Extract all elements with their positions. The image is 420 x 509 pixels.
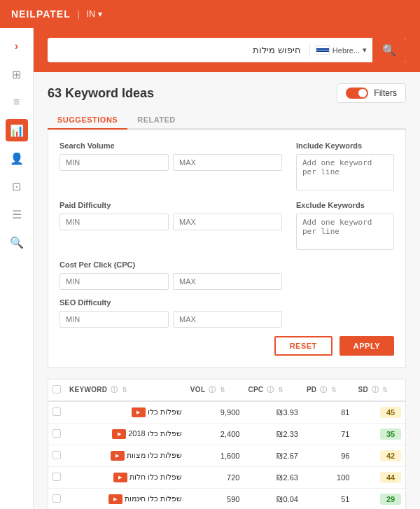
sd-info-icon: ⓘ [372, 386, 379, 393]
search-bar: Hebre... ▾ 🔍 [48, 38, 406, 62]
sidebar-collapse-btn[interactable]: › [6, 35, 28, 57]
vol-sort-icon[interactable]: ⇅ [220, 386, 225, 393]
keyword-link-icon[interactable]: ▶ [112, 429, 126, 439]
keyword-link-icon[interactable]: ▶ [111, 451, 125, 461]
reset-button[interactable]: RESET [274, 336, 332, 356]
sd-sort-icon[interactable]: ⇅ [382, 386, 388, 393]
paid-difficulty-min[interactable] [59, 214, 169, 230]
filter-row-3: Cost Per Click (CPC) [59, 260, 394, 290]
sidebar-item-list[interactable]: ≡ [6, 91, 28, 113]
keyword-cell: שפלות כלו 2018 ▶ [65, 424, 186, 445]
row-checkbox[interactable] [52, 494, 61, 503]
row-checkbox[interactable] [52, 473, 61, 481]
include-keywords-textarea[interactable] [296, 154, 394, 190]
sidebar-item-search[interactable]: 🔍 [6, 231, 28, 253]
cpc-cell: ₪0.04 [244, 489, 302, 510]
paid-difficulty-inputs [59, 214, 282, 230]
cpc-cell: ₪2.33 [244, 424, 302, 445]
sd-cell: 44 [354, 467, 405, 489]
cpc-spacer [296, 260, 394, 290]
th-cpc[interactable]: CPC ⓘ ⇅ [244, 379, 302, 401]
cpc-cell: ₪3.93 [244, 401, 302, 424]
language-filter[interactable]: Hebre... ▾ [309, 43, 372, 57]
exclude-keywords-textarea[interactable] [296, 214, 394, 250]
keyword-sort-icon[interactable]: ⇅ [122, 386, 127, 393]
row-checkbox[interactable] [52, 451, 61, 459]
search-button[interactable]: 🔍 [372, 38, 406, 62]
paid-difficulty-max[interactable] [173, 214, 282, 230]
tab-related[interactable]: RELATED [127, 111, 186, 128]
search-volume-max[interactable] [173, 154, 282, 171]
pd-cell: 100 [302, 467, 354, 489]
sidebar-item-keywords[interactable]: 📊 [6, 119, 28, 141]
keyword-link-icon[interactable]: ▶ [113, 473, 127, 482]
exclude-keywords-label: Exclude Keywords [296, 201, 394, 209]
cpc-cell: ₪2.67 [244, 445, 302, 467]
seo-difficulty-label: SEO Difficulty [59, 298, 282, 307]
pd-cell: 51 [302, 489, 354, 510]
keyword-link-icon[interactable]: ▶ [132, 407, 146, 417]
row-checkbox-cell [48, 401, 65, 424]
tabs: SUGGESTIONS RELATED [48, 111, 406, 130]
pd-info-icon: ⓘ [320, 386, 327, 393]
language-selector[interactable]: IN ▾ [87, 9, 102, 19]
cpc-max[interactable] [173, 273, 282, 290]
sd-badge: 29 [380, 494, 401, 505]
keyword-link-icon[interactable]: ▶ [108, 494, 122, 504]
search-volume-min[interactable] [59, 154, 169, 171]
title-row: 63 Keyword Ideas Filters [48, 83, 406, 103]
sd-cell: 42 [354, 445, 405, 467]
paid-difficulty-filter: Paid Difficulty [59, 201, 282, 252]
th-checkbox [48, 379, 65, 401]
lang-code: IN [87, 9, 95, 19]
seo-difficulty-min[interactable] [59, 311, 169, 328]
keyword-text: שפלות כלו חלות [130, 473, 182, 481]
sidebar-item-menu[interactable]: ☰ [6, 203, 28, 225]
sidebar-item-users[interactable]: 👤 [6, 147, 28, 169]
filters-toggle[interactable] [346, 88, 368, 99]
cpc-sort-icon[interactable]: ⇅ [278, 386, 284, 393]
sidebar-item-grid[interactable]: ⊡ [6, 175, 28, 197]
cpc-inputs [59, 273, 282, 290]
th-pd[interactable]: PD ⓘ ⇅ [302, 379, 354, 401]
chevron-down-icon: ▾ [363, 46, 367, 55]
include-keywords-filter: Include Keywords [296, 141, 394, 193]
sd-cell: 45 [354, 401, 405, 424]
row-checkbox-cell [48, 489, 65, 510]
sd-cell: 35 [354, 424, 405, 445]
seo-difficulty-max[interactable] [173, 311, 282, 328]
th-keyword[interactable]: KEYWORD ⓘ ⇅ [65, 379, 186, 401]
row-checkbox[interactable] [52, 407, 61, 416]
search-input[interactable] [48, 39, 309, 61]
select-all-checkbox[interactable] [52, 385, 61, 393]
keyword-info-icon: ⓘ [111, 386, 118, 393]
include-keywords-label: Include Keywords [296, 141, 394, 150]
filter-row-2: Paid Difficulty Exclude Keywords [59, 201, 394, 252]
app-layout: › ⊞ ≡ 📊 👤 ⊡ ☰ 🔍 Hebre... ▾ 🔍 [0, 28, 420, 509]
pd-cell: 96 [302, 445, 354, 467]
row-checkbox[interactable] [52, 429, 61, 438]
pd-sort-icon[interactable]: ⇅ [331, 386, 337, 393]
sd-badge: 35 [380, 428, 401, 440]
filters-button[interactable]: Filters [337, 83, 406, 103]
search-area: Hebre... ▾ 🔍 [34, 28, 420, 72]
content-area: 63 Keyword Ideas Filters SUGGESTIONS REL… [34, 72, 420, 509]
th-sd[interactable]: SD ⓘ ⇅ [354, 379, 405, 401]
sd-badge: 44 [380, 472, 401, 483]
paid-difficulty-label: Paid Difficulty [59, 201, 282, 209]
row-checkbox-cell [48, 445, 65, 467]
keyword-cell: שפלות כלו ▶ [65, 401, 186, 424]
sidebar-item-dashboard[interactable]: ⊞ [6, 63, 28, 85]
vol-cell: 720 [186, 467, 244, 489]
sd-badge: 45 [380, 407, 401, 418]
vol-cell: 2,400 [186, 424, 244, 445]
tab-suggestions[interactable]: SUGGESTIONS [48, 111, 127, 130]
th-vol[interactable]: VOL ⓘ ⇅ [186, 379, 244, 401]
cpc-min[interactable] [59, 273, 169, 290]
header-divider: | [78, 9, 80, 19]
keyword-cell: שפלות כלו מצוות ▶ [65, 445, 186, 467]
seo-difficulty-inputs [59, 311, 282, 328]
keyword-text: שפלות כלו חינמות [125, 494, 182, 503]
apply-button[interactable]: APPLY [340, 336, 394, 356]
keyword-text: שפלות כלו 2018 [128, 429, 182, 438]
